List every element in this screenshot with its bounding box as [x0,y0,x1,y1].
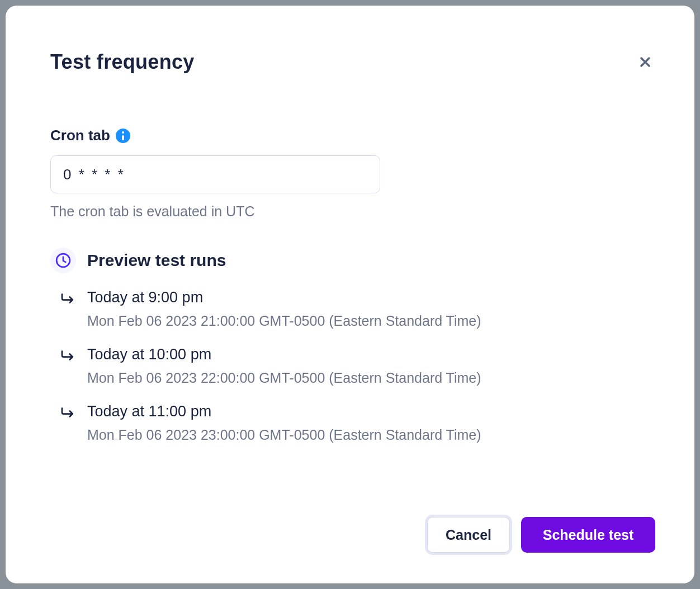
preview-time: Today at 9:00 pm [87,289,481,306]
schedule-test-button[interactable]: Schedule test [521,517,655,553]
cron-label: Cron tab [50,127,110,144]
preview-header: Preview test runs [50,248,655,273]
preview-title: Preview test runs [87,251,226,270]
clock-icon [50,248,76,273]
cron-label-row: Cron tab [50,127,655,144]
cancel-button[interactable]: Cancel [427,517,510,553]
cron-helper-text: The cron tab is evaluated in UTC [50,203,655,220]
test-frequency-modal: Test frequency Cron tab The cron tab is … [6,6,694,583]
preview-time: Today at 11:00 pm [87,403,481,420]
preview-item: Today at 10:00 pm Mon Feb 06 2023 22:00:… [59,346,655,386]
cron-input[interactable] [50,155,380,193]
info-icon[interactable] [116,129,130,143]
modal-header: Test frequency [50,50,655,74]
preview-text: Today at 11:00 pm Mon Feb 06 2023 23:00:… [87,403,481,443]
close-button[interactable] [635,52,655,72]
sub-arrow-icon [59,404,76,421]
modal-footer: Cancel Schedule test [50,495,655,553]
preview-item: Today at 9:00 pm Mon Feb 06 2023 21:00:0… [59,289,655,329]
preview-full-date: Mon Feb 06 2023 21:00:00 GMT-0500 (Easte… [87,313,481,329]
preview-full-date: Mon Feb 06 2023 22:00:00 GMT-0500 (Easte… [87,370,481,386]
preview-item: Today at 11:00 pm Mon Feb 06 2023 23:00:… [59,403,655,443]
sub-arrow-icon [59,290,76,307]
preview-text: Today at 9:00 pm Mon Feb 06 2023 21:00:0… [87,289,481,329]
preview-full-date: Mon Feb 06 2023 23:00:00 GMT-0500 (Easte… [87,427,481,443]
preview-section: Preview test runs Today at 9:00 pm Mon F… [50,248,655,443]
sub-arrow-icon [59,347,76,364]
cron-field: Cron tab The cron tab is evaluated in UT… [50,127,655,220]
preview-time: Today at 10:00 pm [87,346,481,363]
preview-list: Today at 9:00 pm Mon Feb 06 2023 21:00:0… [50,289,655,443]
modal-title: Test frequency [50,50,195,74]
close-icon [638,55,652,69]
preview-text: Today at 10:00 pm Mon Feb 06 2023 22:00:… [87,346,481,386]
